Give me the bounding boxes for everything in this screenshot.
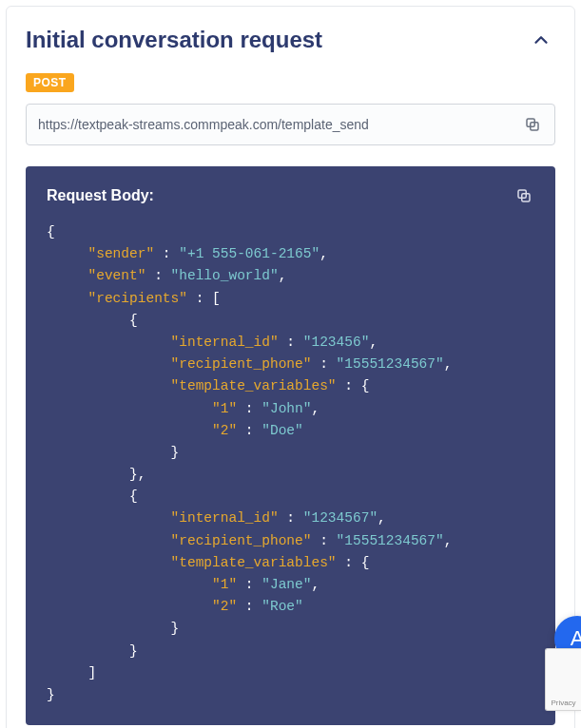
request-body-label: Request Body:	[47, 187, 154, 204]
copy-icon	[524, 116, 541, 133]
endpoint-url: https://textpeak-streams.commpeak.com/te…	[38, 117, 522, 132]
collapse-toggle[interactable]	[527, 26, 555, 54]
request-body-panel: Request Body: { "sender" : "+1 555-061-2…	[26, 166, 555, 725]
recaptcha-privacy-label: Privacy	[551, 699, 575, 707]
section-title: Initial conversation request	[26, 27, 322, 53]
request-body-code: { "sender" : "+1 555-061-2165", "event" …	[47, 221, 534, 706]
code-panel-header: Request Body:	[47, 185, 534, 206]
copy-icon	[515, 187, 533, 204]
copy-url-button[interactable]	[522, 114, 543, 135]
http-method-badge: POST	[26, 73, 74, 92]
section-header: Initial conversation request	[26, 26, 555, 54]
endpoint-url-box: https://textpeak-streams.commpeak.com/te…	[26, 104, 555, 145]
chevron-up-icon	[531, 29, 552, 50]
recaptcha-badge: Privacy	[545, 648, 581, 711]
api-request-card: Initial conversation request POST https:…	[6, 6, 575, 728]
copy-body-button[interactable]	[513, 185, 534, 206]
